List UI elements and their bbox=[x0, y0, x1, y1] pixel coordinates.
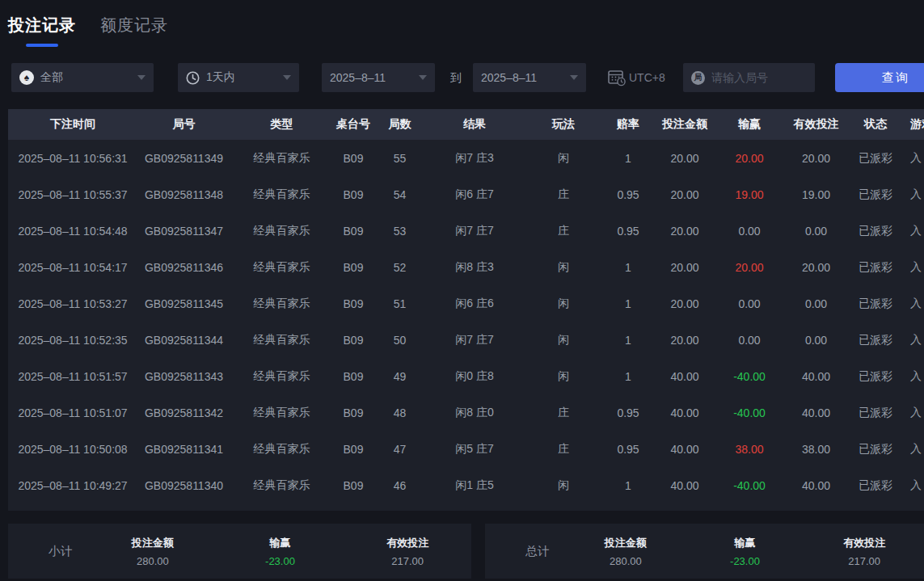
cell-result: 闲5 庄7 bbox=[426, 431, 523, 467]
timezone-indicator: UTC+8 bbox=[607, 63, 665, 92]
cell-status: 已派彩 bbox=[850, 322, 901, 358]
date-from-value: 2025–8–11 bbox=[330, 71, 386, 84]
subtotal-bet-amount: 投注金额 280.00 bbox=[89, 536, 217, 567]
table-row[interactable]: 2025–08–11 10:56:31GB0925811349经典百家乐B095… bbox=[8, 140, 924, 176]
cell-type: 经典百家乐 bbox=[230, 322, 333, 358]
cell-status: 已派彩 bbox=[850, 285, 901, 322]
cell-odds: 1 bbox=[604, 467, 652, 503]
game-type-value: 全部 bbox=[40, 70, 63, 85]
cell-win-loss: -40.00 bbox=[717, 394, 782, 431]
total-bet-amount: 投注金额 280.00 bbox=[566, 536, 686, 567]
cell-play: 闲 bbox=[523, 249, 604, 285]
cell-odds: 0.95 bbox=[604, 176, 652, 213]
table-row[interactable]: 2025–08–11 10:51:07GB0925811342经典百家乐B094… bbox=[8, 394, 924, 431]
column-header: 下注时间 bbox=[8, 109, 137, 140]
cell-time: 2025–08–11 10:49:27 bbox=[8, 467, 137, 503]
round-number-input[interactable] bbox=[711, 71, 800, 84]
cell-type: 经典百家乐 bbox=[230, 249, 333, 285]
cell-play: 庄 bbox=[523, 394, 604, 431]
column-header: 状态 bbox=[850, 109, 901, 140]
cell-type: 经典百家乐 bbox=[230, 394, 333, 431]
cell-valid-bet: 0.00 bbox=[782, 213, 850, 249]
round-number-input-wrap[interactable]: 局 bbox=[683, 63, 815, 92]
cell-round-no: 48 bbox=[373, 394, 426, 431]
column-header: 玩法 bbox=[523, 109, 604, 140]
cell-table-no: B09 bbox=[333, 431, 373, 467]
table-row[interactable]: 2025–08–11 10:50:08GB0925811341经典百家乐B094… bbox=[8, 431, 924, 467]
cell-round-no: 55 bbox=[373, 140, 426, 176]
filter-bar: ♠ 全部 1天内 2025–8–11 到 2025–8–11 UTC+8 局 bbox=[0, 63, 924, 92]
cell-round-id: GB0925811340 bbox=[137, 467, 230, 503]
cell-game: 入 bbox=[901, 213, 924, 249]
cell-game: 入 bbox=[901, 358, 924, 394]
cell-type: 经典百家乐 bbox=[230, 358, 333, 394]
table-row[interactable]: 2025–08–11 10:52:35GB0925811344经典百家乐B095… bbox=[8, 322, 924, 358]
column-header: 局数 bbox=[373, 109, 426, 140]
game-type-dropdown[interactable]: ♠ 全部 bbox=[11, 63, 154, 92]
tab-quota-records[interactable]: 额度记录 bbox=[100, 15, 168, 47]
cell-game: 入 bbox=[901, 467, 924, 503]
search-button[interactable]: 查询 bbox=[835, 63, 924, 92]
subtotal-valid-bet: 有效投注 217.00 bbox=[344, 536, 471, 567]
cell-win-loss: -40.00 bbox=[717, 358, 782, 394]
cell-round-id: GB0925811342 bbox=[137, 394, 230, 431]
cell-result: 闲7 庄7 bbox=[426, 213, 523, 249]
bet-records-table: 下注时间局号类型桌台号局数结果玩法赔率投注金额输赢有效投注状态游戏 2025–0… bbox=[8, 109, 924, 503]
cell-status: 已派彩 bbox=[850, 467, 901, 503]
cell-round-id: GB0925811343 bbox=[137, 358, 230, 394]
time-range-dropdown[interactable]: 1天内 bbox=[178, 63, 299, 92]
total-valid-bet: 有效投注 217.00 bbox=[804, 536, 924, 567]
cell-time: 2025–08–11 10:51:07 bbox=[8, 394, 137, 431]
table-row[interactable]: 2025–08–11 10:49:27GB0925811340经典百家乐B094… bbox=[8, 467, 924, 503]
cell-game: 入 bbox=[901, 285, 924, 322]
column-header: 游戏 bbox=[901, 109, 924, 140]
cell-status: 已派彩 bbox=[850, 249, 901, 285]
cell-play: 庄 bbox=[523, 176, 604, 213]
cell-result: 闲8 庄0 bbox=[426, 394, 523, 431]
cell-valid-bet: 20.00 bbox=[782, 140, 850, 176]
cell-round-id: GB0925811346 bbox=[137, 249, 230, 285]
table-row[interactable]: 2025–08–11 10:53:27GB0925811345经典百家乐B095… bbox=[8, 285, 924, 322]
tab-bar: 投注记录 额度记录 bbox=[8, 15, 168, 47]
cell-play: 庄 bbox=[523, 213, 604, 249]
cell-odds: 1 bbox=[604, 322, 652, 358]
cell-type: 经典百家乐 bbox=[230, 285, 333, 322]
cell-game: 入 bbox=[901, 394, 924, 431]
cell-win-loss: 0.00 bbox=[717, 285, 782, 322]
clock-icon bbox=[186, 71, 200, 85]
cell-bet: 20.00 bbox=[652, 213, 717, 249]
cell-round-id: GB0925811348 bbox=[137, 176, 230, 213]
cell-bet: 20.00 bbox=[652, 285, 717, 322]
timezone-label: UTC+8 bbox=[629, 71, 665, 84]
cell-status: 已派彩 bbox=[850, 140, 901, 176]
cell-valid-bet: 0.00 bbox=[782, 285, 850, 322]
cell-round-id: GB0925811349 bbox=[137, 140, 230, 176]
date-to-value: 2025–8–11 bbox=[481, 71, 537, 84]
table-row[interactable]: 2025–08–11 10:55:37GB0925811348经典百家乐B095… bbox=[8, 176, 924, 213]
cell-valid-bet: 40.00 bbox=[782, 394, 850, 431]
cell-game: 入 bbox=[901, 322, 924, 358]
time-range-value: 1天内 bbox=[206, 70, 235, 85]
cell-win-loss: 20.00 bbox=[717, 140, 782, 176]
cell-bet: 40.00 bbox=[652, 467, 717, 503]
cell-play: 闲 bbox=[523, 467, 604, 503]
cell-bet: 20.00 bbox=[652, 322, 717, 358]
date-to-dropdown[interactable]: 2025–8–11 bbox=[473, 63, 586, 92]
cell-bet: 20.00 bbox=[652, 140, 717, 176]
tab-bet-records[interactable]: 投注记录 bbox=[8, 15, 76, 47]
cell-odds: 1 bbox=[604, 249, 652, 285]
cell-table-no: B09 bbox=[333, 285, 373, 322]
cell-round-id: GB0925811347 bbox=[137, 213, 230, 249]
date-from-dropdown[interactable]: 2025–8–11 bbox=[322, 63, 435, 92]
spade-icon: ♠ bbox=[19, 70, 34, 85]
cell-round-no: 47 bbox=[373, 431, 426, 467]
cell-game: 入 bbox=[901, 431, 924, 467]
table-row[interactable]: 2025–08–11 10:51:57GB0925811343经典百家乐B094… bbox=[8, 358, 924, 394]
cell-status: 已派彩 bbox=[850, 176, 901, 213]
column-header: 投注金额 bbox=[652, 109, 717, 140]
bet-records-table-wrap: 下注时间局号类型桌台号局数结果玩法赔率投注金额输赢有效投注状态游戏 2025–0… bbox=[8, 109, 924, 511]
total-winloss: 输赢 -23.00 bbox=[686, 536, 805, 567]
table-row[interactable]: 2025–08–11 10:54:48GB0925811347经典百家乐B095… bbox=[8, 213, 924, 249]
cell-table-no: B09 bbox=[333, 322, 373, 358]
table-row[interactable]: 2025–08–11 10:54:17GB0925811346经典百家乐B095… bbox=[8, 249, 924, 285]
